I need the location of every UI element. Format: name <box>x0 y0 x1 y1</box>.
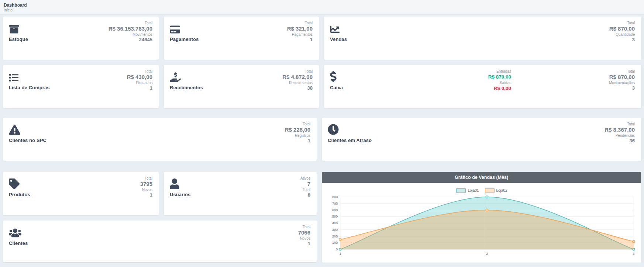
breadcrumb[interactable]: Início <box>4 8 644 13</box>
card-usuarios[interactable]: Usuários Ativos 7 Total 8 <box>164 172 317 215</box>
card-pagamentos[interactable]: Pagamentos Total R$ 321,00 Pagamentos 1 <box>164 17 319 60</box>
card-clientes-em-atraso[interactable]: Clientes em Atraso Total R$ 8.367,00 Pen… <box>322 118 641 161</box>
card-stats: Ativos 7 Total 8 <box>300 176 310 198</box>
card-clientes[interactable]: Clientes Total 7066 Novos 1 <box>3 221 317 262</box>
card-label: Recebimentos <box>170 85 203 90</box>
card-vendas[interactable]: Vendas Total R$ 870,00 Quantidade 3 <box>324 17 641 60</box>
hand-holding-money-icon <box>170 69 203 82</box>
card-label: Usuários <box>170 192 190 197</box>
svg-text:300: 300 <box>332 228 338 232</box>
sales-chart-svg: 0100200300400500600700800123 <box>326 193 637 260</box>
legend-swatch <box>485 188 495 193</box>
archive-icon <box>9 21 28 34</box>
cards-row-2: Lista de Compras Total R$ 430,00 Efetuad… <box>3 65 641 108</box>
card-stats: Total R$ 8.367,00 Pendências 36 <box>605 122 635 144</box>
card-lista-de-compras[interactable]: Lista de Compras Total R$ 430,00 Efetuad… <box>3 65 159 108</box>
cards-row-4: Produtos Total 3795 Novos 1 <box>3 172 317 215</box>
card-label: Estoque <box>9 37 28 42</box>
card-stats: Total R$ 430,00 Efetuadas 1 <box>127 69 152 91</box>
card-stats: Total R$ 228,00 Registros 1 <box>285 122 310 144</box>
sales-area-chart: 0100200300400500600700800123 <box>326 193 637 258</box>
clock-icon <box>328 122 372 135</box>
card-stats: Total R$ 36.153.783,00 Movimentos 24645 <box>109 21 152 43</box>
page-header: Dashboard Início <box>0 0 644 15</box>
bottom-left-column: Produtos Total 3795 Novos 1 <box>3 172 317 263</box>
legend-label: Loja02 <box>496 188 507 193</box>
bottom-section: Produtos Total 3795 Novos 1 <box>3 172 641 263</box>
svg-text:3: 3 <box>633 252 634 256</box>
card-label: Caixa <box>330 85 343 90</box>
card-stats: Total R$ 321,00 Pagamentos 1 <box>287 21 313 43</box>
card-label: Vendas <box>330 37 347 42</box>
card-label: Clientes em Atraso <box>328 138 372 143</box>
svg-text:0: 0 <box>336 247 338 251</box>
card-label: Produtos <box>9 192 30 197</box>
card-stats: Total 7066 Novos 1 <box>298 225 310 247</box>
legend-swatch <box>456 188 466 193</box>
svg-text:700: 700 <box>332 202 338 205</box>
card-recebimentos[interactable]: Recebimentos Total R$ 4.872,00 Recebimen… <box>164 65 319 108</box>
warning-triangle-icon <box>9 122 47 135</box>
dollar-sign-icon <box>330 69 343 82</box>
legend-item-loja02[interactable]: Loja02 <box>485 188 507 193</box>
svg-text:2: 2 <box>486 252 488 256</box>
chart-body: Loja01Loja02 010020030040050060070080012… <box>322 183 641 260</box>
svg-text:500: 500 <box>332 215 338 218</box>
card-stats: Total R$ 870,00 Movimentações 3 <box>609 69 635 91</box>
card-caixa-flow: Entradas R$ 870,00 Saídas R$ 0,00 <box>488 69 511 92</box>
card-stats: Total R$ 870,00 Quantidade 3 <box>609 21 635 43</box>
page-title: Dashboard <box>4 3 644 8</box>
svg-text:200: 200 <box>332 235 338 238</box>
list-icon <box>9 69 50 82</box>
cards-row-3: Clientes no SPC Total R$ 228,00 Registro… <box>3 118 641 161</box>
tag-icon <box>9 176 30 189</box>
card-produtos[interactable]: Produtos Total 3795 Novos 1 <box>3 172 159 215</box>
svg-text:600: 600 <box>332 208 338 212</box>
cards-row-1: Estoque Total R$ 36.153.783,00 Movimento… <box>3 17 641 60</box>
legend-label: Loja01 <box>468 188 479 193</box>
saidas-value: R$ 0,00 <box>488 85 511 92</box>
svg-text:100: 100 <box>332 241 338 245</box>
chart-legend: Loja01Loja02 <box>326 187 637 193</box>
card-stats: Total R$ 4.872,00 Recebimentos 38 <box>282 69 313 91</box>
card-label: Clientes no SPC <box>9 138 47 143</box>
sales-chart-card: Gráfico de Vendas (Mês) Loja01Loja02 010… <box>322 172 641 263</box>
card-clientes-no-spc[interactable]: Clientes no SPC Total R$ 228,00 Registro… <box>3 118 317 161</box>
card-estoque[interactable]: Estoque Total R$ 36.153.783,00 Movimento… <box>3 17 159 60</box>
user-icon <box>170 176 190 189</box>
card-stats: Total 3795 Novos 1 <box>140 176 152 198</box>
chart-line-icon <box>330 21 347 34</box>
cards-area: Estoque Total R$ 36.153.783,00 Movimento… <box>0 15 644 263</box>
chart-title: Gráfico de Vendas (Mês) <box>322 172 641 183</box>
card-label: Clientes <box>9 240 28 246</box>
svg-text:800: 800 <box>332 195 338 199</box>
credit-card-icon <box>170 21 199 34</box>
cards-row-5: Clientes Total 7066 Novos 1 <box>3 221 317 262</box>
legend-item-loja01[interactable]: Loja01 <box>456 188 479 193</box>
dashboard-page: Dashboard Início Estoque Total R$ 36.153… <box>0 0 644 267</box>
users-icon <box>9 225 28 238</box>
svg-text:1: 1 <box>339 252 341 256</box>
card-label: Pagamentos <box>170 37 199 42</box>
entradas-value: R$ 870,00 <box>488 74 511 80</box>
svg-text:400: 400 <box>332 221 338 225</box>
card-label: Lista de Compras <box>9 85 50 90</box>
card-caixa[interactable]: Caixa Entradas R$ 870,00 Saídas R$ 0,00 … <box>324 65 641 108</box>
